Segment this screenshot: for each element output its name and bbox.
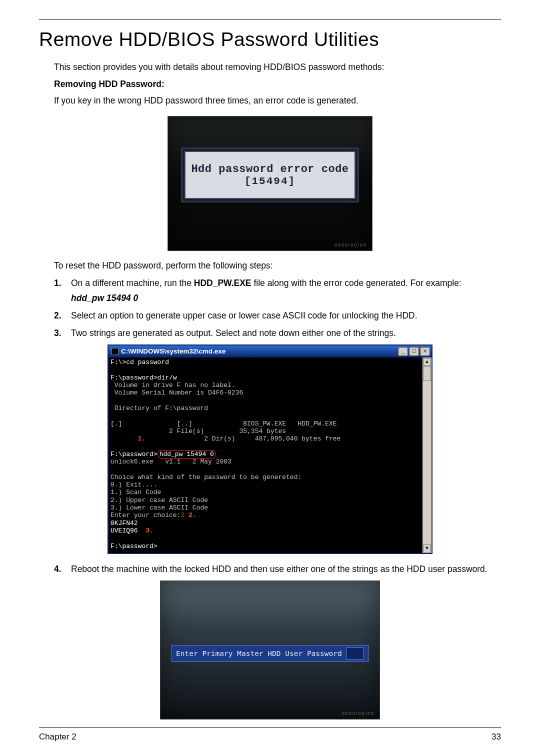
- term-line: Enter your choice:: [110, 512, 180, 519]
- term-line: F:\>cd password: [110, 358, 169, 366]
- scroll-up-button[interactable]: ▲: [423, 358, 431, 366]
- step-1-bold: HDD_PW.EXE: [194, 278, 252, 288]
- term-line: 2 File(s) 35,354 bytes: [110, 428, 286, 435]
- step-number: 3.: [54, 327, 71, 340]
- figure3-watermark: 0000/00/00: [342, 711, 374, 716]
- intro-paragraph: This section provides you with details a…: [54, 62, 501, 74]
- step-4: 4. Reboot the machine with the locked HD…: [54, 563, 501, 576]
- bottom-rule: [39, 728, 501, 728]
- highlighted-command: hdd_pw 15494 0: [158, 450, 216, 458]
- step-1: 1. On a different machine, run the HDD_P…: [54, 277, 501, 305]
- step-number: 4.: [54, 563, 71, 576]
- maximize-button[interactable]: □: [409, 347, 419, 356]
- term-prompt: F:\password>: [110, 450, 158, 458]
- output-string-1: 0KJFN42: [110, 520, 138, 527]
- cmd-icon: [112, 348, 118, 355]
- subheading: Removing HDD Password:: [54, 78, 501, 90]
- output-string-2: UVEIQ96: [110, 527, 138, 534]
- hdd-password-prompt: Enter Primary Master HDD User Password: [176, 650, 342, 658]
- term-line: Volume Serial Number is D4F6-0236: [110, 389, 243, 396]
- step-number: 1.: [54, 277, 71, 305]
- cmd-terminal: F:\>cd password F:\password>dir/w Volume…: [108, 358, 422, 553]
- term-line: F:\password>dir/w: [110, 374, 177, 382]
- term-prompt: F:\password>: [110, 542, 158, 550]
- page-title: Remove HDD/BIOS Password Utilities: [39, 28, 501, 50]
- close-button[interactable]: ×: [420, 347, 430, 356]
- scroll-down-button[interactable]: ▼: [423, 544, 431, 552]
- minimize-button[interactable]: _: [398, 347, 408, 356]
- cmd-scrollbar[interactable]: ▲ ▼: [422, 358, 432, 553]
- callout-3: 3.: [146, 527, 154, 534]
- scroll-thumb[interactable]: [423, 366, 431, 381]
- figure-hdd-error: Hdd password error code [15494] 0000/00/…: [168, 116, 372, 251]
- figure1-watermark: 0000/00/00: [334, 242, 367, 248]
- error-intro: If you key in the wrong HDD password thr…: [54, 95, 501, 107]
- step-1-text-pre: On a different machine, run the: [71, 278, 194, 288]
- term-line: [.] [..] BIOS_PW.EXE HDD_PW.EXE: [110, 420, 336, 428]
- step-2-text: Select an option to generate upper case …: [71, 310, 501, 322]
- error-code: [15494]: [244, 176, 296, 187]
- footer-page-number: 33: [492, 732, 501, 742]
- term-line: 2.) Upper case ASCII Code: [110, 496, 208, 504]
- step-3: 3. Two strings are generated as output. …: [54, 327, 501, 340]
- step-1-command: hdd_pw 15494 0: [71, 292, 501, 304]
- term-line: Directory of F:\password: [110, 404, 208, 412]
- footer-chapter: Chapter 2: [39, 732, 76, 742]
- step-1-text-post: file along with the error code generated…: [252, 278, 462, 288]
- callout-1: 1.: [138, 435, 146, 442]
- callout-2: 2.: [188, 512, 196, 519]
- cmd-titlebar: C:\WINDOWS\system32\cmd.exe _ □ ×: [108, 346, 432, 358]
- term-line: unlock6.exe v1.1 2 May 2003: [110, 458, 232, 466]
- term-line: Volume in drive F has no label.: [110, 382, 236, 389]
- cmd-title: C:\WINDOWS\system32\cmd.exe: [121, 348, 226, 355]
- top-rule: [39, 19, 501, 20]
- step-2: 2. Select an option to generate upper ca…: [54, 310, 501, 322]
- term-line: 3.) Lower case ASCII Code: [110, 504, 208, 512]
- step-4-text: Reboot the machine with the locked HDD a…: [71, 563, 501, 576]
- term-line: 2 Dir(s) 487,895,040 bytes free: [146, 435, 340, 442]
- term-line: 0.) Exit....: [110, 481, 158, 488]
- reset-intro: To reset the HDD password, perform the f…: [54, 260, 501, 272]
- hdd-password-input[interactable]: [346, 648, 364, 660]
- step-3-text: Two strings are generated as output. Sel…: [71, 327, 501, 340]
- figure-enter-hdd-password: Enter Primary Master HDD User Password 0…: [160, 580, 380, 720]
- term-line: 1.) Scan Code: [110, 488, 161, 496]
- step-number: 2.: [54, 310, 71, 322]
- term-line: Choice what kind of the password to be g…: [110, 474, 302, 481]
- error-line-1: Hdd password error code: [191, 163, 348, 176]
- user-choice: 2: [180, 512, 184, 519]
- figure-cmd-window: C:\WINDOWS\system32\cmd.exe _ □ × F:\>cd…: [108, 344, 432, 554]
